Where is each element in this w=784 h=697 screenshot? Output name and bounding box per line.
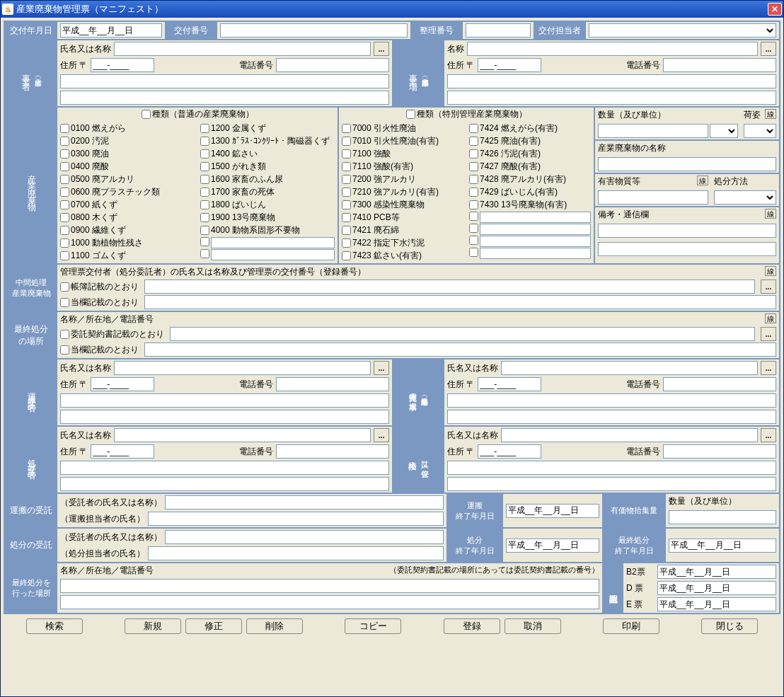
disposer-picker[interactable] bbox=[374, 428, 389, 442]
waste-item-extra-chk[interactable] bbox=[200, 249, 209, 258]
search-button[interactable]: 検索 bbox=[26, 618, 83, 634]
special-waste-header[interactable]: 種類（特別管理産業廃棄物） bbox=[340, 108, 593, 120]
waste-item[interactable]: 1200 金属くず bbox=[200, 122, 335, 134]
finalplace-input1[interactable] bbox=[170, 327, 755, 341]
waste-item[interactable]: 0900 繊維くず bbox=[60, 224, 195, 236]
da-end-input[interactable] bbox=[506, 538, 599, 553]
disposer-addr1[interactable] bbox=[60, 461, 389, 475]
site-addr1-input[interactable] bbox=[447, 74, 776, 88]
pack-line-btn[interactable]: 線 bbox=[765, 109, 776, 119]
waste-item-extra-chk[interactable] bbox=[200, 237, 209, 246]
emitter-name-picker[interactable] bbox=[374, 42, 389, 56]
normal-waste-header[interactable]: 種類（普通の産業廃棄物） bbox=[58, 108, 337, 120]
waste-item[interactable]: 7300 感染性廃棄物 bbox=[342, 199, 463, 211]
disposer-tel[interactable] bbox=[276, 444, 389, 459]
finalplace-chk1[interactable]: 委託契約書記載のとおり bbox=[60, 328, 164, 340]
waste-item-extra-input[interactable] bbox=[480, 236, 591, 247]
waste-item[interactable]: 0100 燃えがら bbox=[60, 122, 195, 134]
close-button[interactable]: 閉じる bbox=[701, 618, 758, 634]
site-addr2-input[interactable] bbox=[447, 91, 776, 105]
transfer-postal[interactable] bbox=[478, 444, 541, 459]
dest-tel[interactable] bbox=[663, 377, 776, 391]
transporter-tel[interactable] bbox=[276, 377, 389, 391]
waste-item-extra-input[interactable] bbox=[480, 248, 591, 259]
waste-item-extra-input[interactable] bbox=[211, 249, 335, 260]
delete-button[interactable]: 削除 bbox=[246, 618, 303, 634]
emitter-tel-input[interactable] bbox=[276, 58, 389, 72]
issue-number-input[interactable] bbox=[220, 23, 408, 38]
waste-item[interactable]: 7424 燃えがら(有害) bbox=[469, 122, 591, 134]
waste-item-extra-input[interactable] bbox=[211, 237, 335, 248]
waste-item-extra-chk[interactable] bbox=[469, 212, 478, 221]
ta-end-input[interactable] bbox=[506, 504, 599, 518]
finalplace-line-btn[interactable]: 線 bbox=[765, 313, 776, 323]
waste-item[interactable]: 0800 木くず bbox=[60, 212, 195, 224]
disposer-addr2[interactable] bbox=[60, 477, 389, 491]
hazmat-line-btn[interactable]: 線 bbox=[697, 175, 708, 185]
transfer-addr1[interactable] bbox=[447, 461, 776, 475]
notes-input-2[interactable] bbox=[598, 242, 776, 256]
emitter-name-input[interactable] bbox=[114, 42, 371, 56]
notes-line-btn[interactable]: 線 bbox=[765, 209, 776, 219]
waste-item[interactable]: 1400 鉱さい bbox=[200, 148, 335, 160]
waste-item[interactable]: 1600 家畜のふん尿 bbox=[200, 173, 335, 185]
waste-item[interactable]: 0400 廃酸 bbox=[60, 161, 195, 173]
site-name-input[interactable] bbox=[467, 42, 758, 56]
waste-item[interactable]: 0600 廃プラスチック類 bbox=[60, 186, 195, 198]
waste-item[interactable]: 1000 動植物性残さ bbox=[60, 237, 195, 249]
site-postal-input[interactable] bbox=[478, 58, 541, 72]
print-button[interactable]: 印刷 bbox=[603, 618, 659, 634]
waste-item[interactable]: 1700 家畜の死体 bbox=[200, 186, 335, 198]
issuer-select[interactable] bbox=[589, 23, 776, 38]
transporter-addr1[interactable] bbox=[60, 393, 389, 408]
finalplace-chk2[interactable]: 当欄記載のとおり bbox=[60, 344, 139, 356]
waste-item[interactable]: 7430 13号廃棄物(有害) bbox=[469, 199, 591, 211]
waste-item[interactable]: 1500 がれき類 bbox=[200, 161, 335, 173]
da-person-input[interactable] bbox=[148, 546, 444, 560]
waste-name-input[interactable] bbox=[598, 157, 776, 171]
waste-item[interactable]: 0300 廃油 bbox=[60, 148, 195, 160]
waste-item-extra-input[interactable] bbox=[480, 224, 591, 235]
waste-item[interactable]: 7010 引火性廃油(有害) bbox=[342, 135, 463, 147]
site-name-picker[interactable] bbox=[761, 42, 776, 56]
midproc-line-btn[interactable]: 線 bbox=[765, 266, 776, 276]
verify-d-input[interactable] bbox=[657, 581, 776, 595]
site-tel-input[interactable] bbox=[663, 58, 776, 72]
waste-item[interactable]: 7425 廃油(有害) bbox=[469, 135, 591, 147]
finalplace-picker[interactable] bbox=[761, 327, 776, 341]
waste-item[interactable]: 7422 指定下水汚泥 bbox=[342, 237, 463, 249]
disposal-method-select[interactable] bbox=[714, 190, 776, 205]
waste-item[interactable]: 7427 廃酸(有害) bbox=[469, 161, 591, 173]
waste-item-extra-chk[interactable] bbox=[469, 236, 478, 245]
waste-item[interactable]: 0500 廃アルカリ bbox=[60, 173, 195, 185]
disposer-name-input[interactable] bbox=[114, 428, 371, 442]
copy-button[interactable]: コピー bbox=[345, 618, 401, 634]
waste-item[interactable]: 7410 PCB等 bbox=[342, 212, 463, 224]
transporter-name-input[interactable] bbox=[114, 361, 371, 375]
pack-select[interactable] bbox=[744, 124, 776, 138]
waste-item[interactable]: 0200 汚泥 bbox=[60, 135, 195, 147]
dest-name-input[interactable] bbox=[501, 361, 758, 375]
waste-item-extra-chk[interactable] bbox=[469, 224, 478, 233]
edit-button[interactable]: 修正 bbox=[185, 618, 242, 634]
notes-input-1[interactable] bbox=[598, 224, 776, 238]
waste-item[interactable]: 7100 強酸 bbox=[342, 148, 463, 160]
waste-item[interactable]: 1100 ゴムくず bbox=[60, 250, 195, 262]
waste-item[interactable]: 7200 強アルカリ bbox=[342, 173, 463, 185]
close-icon[interactable]: ✕ bbox=[768, 3, 782, 16]
waste-item[interactable]: 7426 汚泥(有害) bbox=[469, 148, 591, 160]
finaldone-input2[interactable] bbox=[60, 595, 599, 609]
midproc-input1[interactable] bbox=[144, 280, 755, 294]
waste-item[interactable]: 7423 鉱さい(有害) bbox=[342, 250, 463, 262]
emitter-addr1-input[interactable] bbox=[60, 74, 389, 88]
cancel-button[interactable]: 取消 bbox=[505, 618, 561, 634]
transporter-addr2[interactable] bbox=[60, 410, 389, 424]
waste-item-extra-input[interactable] bbox=[480, 212, 591, 223]
new-button[interactable]: 新規 bbox=[125, 618, 181, 634]
issue-date-input[interactable] bbox=[60, 23, 162, 38]
transfer-addr2[interactable] bbox=[447, 477, 776, 491]
ta-person-input[interactable] bbox=[148, 512, 444, 526]
hazmat-input[interactable] bbox=[598, 190, 708, 205]
waste-item[interactable]: 7429 ばいじん(有害) bbox=[469, 186, 591, 198]
dest-addr1[interactable] bbox=[447, 393, 776, 408]
